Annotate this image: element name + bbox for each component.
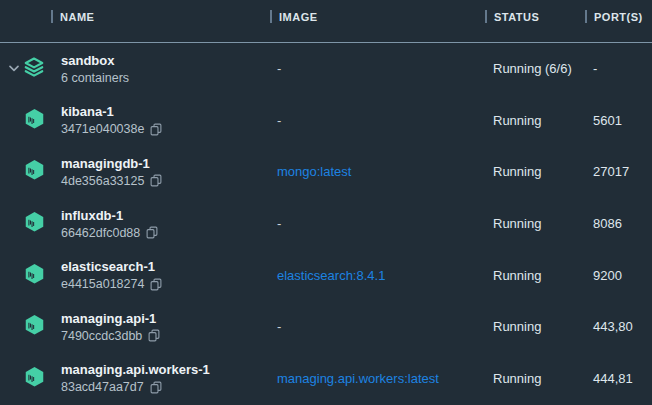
status-text: Running [493, 113, 541, 128]
name-cell: managingdb-1 4de356a33125 [0, 155, 270, 189]
ports-cell: 27017 [585, 164, 652, 179]
status-text: Running (6/6) [493, 61, 572, 76]
status-cell: Running [485, 319, 585, 334]
table-row[interactable]: managingdb-1 4de356a33125 mongo:latest R… [0, 146, 652, 198]
container-icon [24, 159, 45, 184]
name-text-block: managing.api.workers-1 83acd47aa7d7 [61, 361, 210, 395]
image-cell: - [270, 216, 485, 231]
column-separator [485, 10, 487, 23]
container-name: kibana-1 [61, 103, 162, 120]
row-icon-box [22, 314, 46, 339]
row-icon-box [22, 108, 46, 133]
name-cell: sandbox 6 containers [0, 52, 270, 86]
name-cell: influxdb-1 66462dfc0d88 [0, 207, 270, 241]
stack-icon [23, 56, 45, 81]
column-separator [585, 10, 587, 23]
name-text-block: influxdb-1 66462dfc0d88 [61, 207, 158, 241]
row-icon-box [22, 263, 46, 288]
column-separator [270, 10, 272, 23]
container-name: managingdb-1 [61, 155, 162, 172]
container-name: sandbox [61, 52, 129, 69]
column-header-label: STATUS [494, 11, 539, 23]
ports-text: 5601 [593, 113, 622, 128]
ports-text: 8086 [593, 216, 622, 231]
image-cell: - [270, 113, 485, 128]
name-cell: elasticsearch-1 e4415a018274 [0, 258, 270, 292]
table-body: sandbox 6 containers - Running (6/6) - [0, 43, 652, 405]
status-text: Running [493, 164, 541, 179]
image-cell: mongo:latest [270, 164, 485, 179]
status-cell: Running [485, 216, 585, 231]
copy-icon[interactable] [148, 329, 160, 342]
containers-table: NAME IMAGE STATUS PORT(S) [0, 0, 652, 405]
image-name: - [277, 113, 281, 128]
ports-text: 9200 [593, 268, 622, 283]
image-name[interactable]: elasticsearch:8.4.1 [277, 268, 385, 283]
image-cell: - [270, 61, 485, 76]
copy-icon[interactable] [150, 278, 162, 291]
container-icon [24, 263, 45, 288]
name-text-block: sandbox 6 containers [61, 52, 129, 86]
status-text: Running [493, 268, 541, 283]
name-text-block: elasticsearch-1 e4415a018274 [61, 258, 162, 292]
image-cell: elasticsearch:8.4.1 [270, 268, 485, 283]
image-name: - [277, 319, 281, 334]
container-name: influxdb-1 [61, 207, 158, 224]
ports-cell: 443,80 [585, 319, 652, 334]
column-separator [51, 10, 53, 23]
row-icon-box [22, 56, 46, 81]
ports-text: 443,80 [593, 319, 633, 334]
ports-cell: 8086 [585, 216, 652, 231]
container-name: managing.api-1 [61, 310, 160, 327]
row-icon-box [22, 211, 46, 236]
copy-icon[interactable] [150, 381, 162, 394]
container-name: managing.api.workers-1 [61, 361, 210, 378]
copy-icon[interactable] [150, 123, 162, 136]
status-text: Running [493, 319, 541, 334]
container-subtext: 7490ccdc3dbb [61, 328, 142, 344]
container-icon [24, 211, 45, 236]
container-name: elasticsearch-1 [61, 258, 162, 275]
copy-icon[interactable] [150, 174, 162, 187]
container-subtext: 4de356a33125 [61, 173, 144, 189]
ports-text: 444,81 [593, 371, 633, 386]
table-row[interactable]: elasticsearch-1 e4415a018274 elasticsear… [0, 249, 652, 301]
container-icon [24, 366, 45, 391]
status-cell: Running [485, 164, 585, 179]
table-row[interactable]: managing.api-1 7490ccdc3dbb - Running 4 [0, 301, 652, 353]
status-cell: Running [485, 371, 585, 386]
table-header: NAME IMAGE STATUS PORT(S) [0, 0, 652, 43]
table-row[interactable]: managing.api.workers-1 83acd47aa7d7 mana… [0, 353, 652, 405]
status-cell: Running (6/6) [485, 61, 585, 76]
row-icon-box [22, 366, 46, 391]
image-name[interactable]: mongo:latest [277, 164, 351, 179]
table-row[interactable]: sandbox 6 containers - Running (6/6) - [0, 43, 652, 95]
copy-icon[interactable] [146, 226, 158, 239]
ports-cell: - [585, 61, 652, 76]
container-icon [24, 108, 45, 133]
image-name[interactable]: managing.api.workers:latest [277, 371, 439, 386]
status-text: Running [493, 371, 541, 386]
row-icon-box [22, 159, 46, 184]
image-cell: - [270, 319, 485, 334]
table-row[interactable]: kibana-1 3471e040038e - Running 5601 [0, 95, 652, 147]
column-header-status: STATUS [485, 10, 585, 32]
column-header-name: NAME [0, 10, 270, 32]
name-text-block: managing.api-1 7490ccdc3dbb [61, 310, 160, 344]
container-subtext: e4415a018274 [61, 276, 144, 292]
image-cell: managing.api.workers:latest [270, 371, 485, 386]
name-text-block: kibana-1 3471e040038e [61, 103, 162, 137]
table-row[interactable]: influxdb-1 66462dfc0d88 - Running 8086 [0, 198, 652, 250]
expand-chevron-icon[interactable] [6, 65, 22, 72]
image-name: - [277, 61, 281, 76]
name-cell: kibana-1 3471e040038e [0, 103, 270, 137]
column-header-label: PORT(S) [594, 11, 643, 23]
column-header-image: IMAGE [270, 10, 485, 32]
container-subtext: 66462dfc0d88 [61, 225, 140, 241]
name-cell: managing.api.workers-1 83acd47aa7d7 [0, 361, 270, 395]
ports-text: - [593, 61, 597, 76]
name-cell: managing.api-1 7490ccdc3dbb [0, 310, 270, 344]
column-header-ports: PORT(S) [585, 10, 652, 32]
name-text-block: managingdb-1 4de356a33125 [61, 155, 162, 189]
status-cell: Running [485, 268, 585, 283]
